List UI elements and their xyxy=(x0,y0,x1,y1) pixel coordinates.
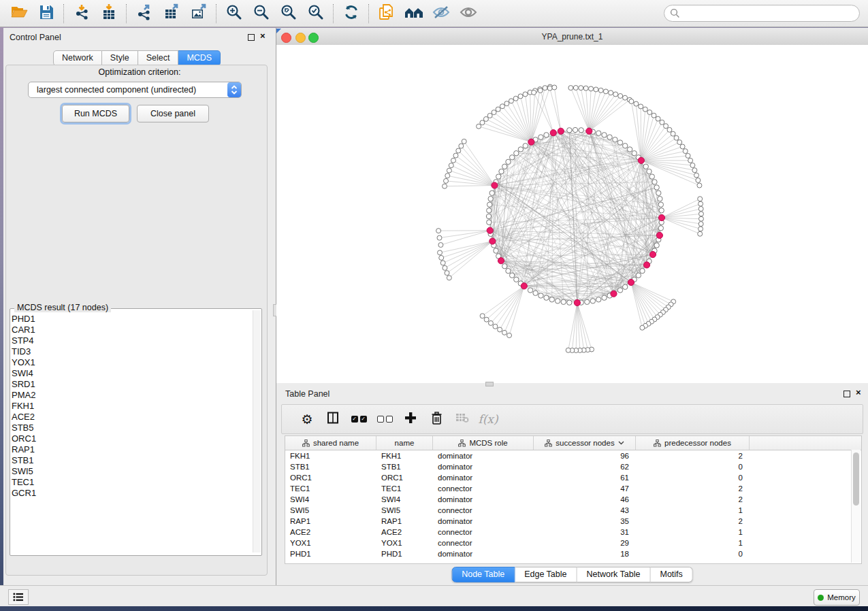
graph-hub-node[interactable] xyxy=(528,139,534,145)
cell-successor-nodes[interactable]: 18 xyxy=(534,548,636,559)
graph-satellite-node[interactable] xyxy=(437,235,442,240)
graph-hub-node[interactable] xyxy=(498,258,504,264)
cell-shared-name[interactable]: YOX1 xyxy=(285,538,376,548)
cell-predecessor-nodes[interactable]: 2 xyxy=(636,494,750,505)
graph-satellite-node[interactable] xyxy=(488,320,493,325)
tab-motifs[interactable]: Motifs xyxy=(650,567,692,582)
cell-shared-name[interactable]: RAP1 xyxy=(285,516,376,527)
graph-satellite-node[interactable] xyxy=(484,317,489,322)
graph-node[interactable] xyxy=(496,174,501,179)
graph-satellite-node[interactable] xyxy=(532,90,536,95)
graph-node[interactable] xyxy=(555,299,560,303)
graph-hub-node[interactable] xyxy=(638,157,644,163)
cell-mcds-role[interactable]: dominator xyxy=(433,472,534,483)
graph-node[interactable] xyxy=(487,220,492,225)
cell-mcds-role[interactable]: connector xyxy=(433,538,534,548)
table-scrollbar-thumb[interactable] xyxy=(853,452,859,506)
delete-column-button[interactable] xyxy=(423,409,449,429)
graph-node[interactable] xyxy=(573,127,577,132)
cell-predecessor-nodes[interactable]: 1 xyxy=(636,527,750,538)
graph-satellite-node[interactable] xyxy=(643,107,647,112)
cell-successor-nodes[interactable]: 46 xyxy=(534,494,636,505)
mcds-result-item[interactable]: TEC1 xyxy=(11,477,251,488)
graph-satellite-node[interactable] xyxy=(507,333,512,337)
table-settings-button[interactable]: ⚙ xyxy=(294,409,320,429)
mcds-result-item[interactable]: PHD1 xyxy=(11,314,251,325)
graph-satellite-node[interactable] xyxy=(698,227,703,231)
graph-satellite-node[interactable] xyxy=(640,325,645,330)
tab-network-table[interactable]: Network Table xyxy=(577,567,651,582)
graph-satellite-node[interactable] xyxy=(698,201,703,206)
graph-node[interactable] xyxy=(561,299,566,304)
cell-name[interactable]: STB1 xyxy=(376,461,433,472)
graph-node[interactable] xyxy=(623,144,628,148)
graph-satellite-node[interactable] xyxy=(518,94,523,99)
graph-hub-node[interactable] xyxy=(521,283,527,289)
graph-node[interactable] xyxy=(539,135,543,139)
cell-successor-nodes[interactable]: 31 xyxy=(534,527,636,538)
graph-satellite-node[interactable] xyxy=(618,93,623,98)
graph-satellite-node[interactable] xyxy=(680,144,685,149)
table-row[interactable]: SWI5SWI5connector431 xyxy=(285,505,861,516)
graph-satellite-node[interactable] xyxy=(613,92,618,97)
graph-node[interactable] xyxy=(627,147,632,152)
graph-node[interactable] xyxy=(617,140,622,145)
graph-satellite-node[interactable] xyxy=(447,168,451,173)
mcds-result-item[interactable]: STP4 xyxy=(11,335,251,346)
graph-node[interactable] xyxy=(533,291,538,295)
mcds-result-list[interactable]: PHD1CAR1STP4TID3YOX1SWI4SRD1PMA2FKH1ACE2… xyxy=(11,314,251,549)
graph-node[interactable] xyxy=(590,299,595,303)
cell-name[interactable]: ORC1 xyxy=(376,472,433,483)
network-canvas[interactable] xyxy=(276,45,868,383)
graph-node[interactable] xyxy=(487,202,492,207)
float-window-icon[interactable] xyxy=(248,34,255,41)
graph-hub-node[interactable] xyxy=(628,279,634,285)
graph-satellite-node[interactable] xyxy=(477,124,481,129)
graph-satellite-node[interactable] xyxy=(480,120,485,125)
graph-satellite-node[interactable] xyxy=(445,174,450,178)
graph-node[interactable] xyxy=(506,268,511,273)
graph-satellite-node[interactable] xyxy=(447,276,451,280)
graph-node[interactable] xyxy=(514,150,519,155)
graph-node[interactable] xyxy=(607,135,612,139)
column-header-predecessor-nodes[interactable]: predecessor nodes xyxy=(636,436,750,450)
graph-satellite-node[interactable] xyxy=(692,168,697,173)
memory-button[interactable]: Memory xyxy=(814,589,860,606)
graph-satellite-node[interactable] xyxy=(449,163,453,168)
graph-satellite-node[interactable] xyxy=(656,116,660,121)
graph-node[interactable] xyxy=(509,155,514,160)
horizontal-splitter-handle[interactable] xyxy=(485,382,494,386)
graph-satellite-node[interactable] xyxy=(543,86,547,90)
graph-satellite-node[interactable] xyxy=(462,139,466,144)
graph-hub-node[interactable] xyxy=(649,251,656,257)
graph-node[interactable] xyxy=(640,268,645,273)
graph-satellite-node[interactable] xyxy=(568,86,573,90)
graph-satellite-node[interactable] xyxy=(686,153,690,158)
graph-satellite-node[interactable] xyxy=(667,127,672,132)
graph-satellite-node[interactable] xyxy=(480,314,485,318)
close-panel-button[interactable]: Close panel xyxy=(137,105,209,122)
cell-shared-name[interactable]: SWI4 xyxy=(285,494,376,505)
mcds-result-item[interactable]: ORC1 xyxy=(11,433,251,444)
graph-satellite-node[interactable] xyxy=(438,250,443,255)
table-row[interactable]: TEC1TEC1connector472 xyxy=(285,483,861,494)
graph-node[interactable] xyxy=(654,185,659,190)
deselect-all-button[interactable] xyxy=(372,409,398,429)
cell-shared-name[interactable]: TEC1 xyxy=(285,483,376,494)
function-builder-button[interactable]: f(x) xyxy=(475,409,501,429)
network-window-titlebar[interactable]: YPA_prune.txt_1 xyxy=(276,29,868,46)
graph-node[interactable] xyxy=(494,248,498,253)
graph-node[interactable] xyxy=(487,208,492,213)
graph-node[interactable] xyxy=(585,299,590,304)
graph-node[interactable] xyxy=(636,273,641,278)
graph-satellite-node[interactable] xyxy=(492,110,496,115)
column-header-shared-name[interactable]: shared name xyxy=(285,436,376,450)
cell-successor-nodes[interactable]: 61 xyxy=(534,472,636,483)
graph-node[interactable] xyxy=(567,128,572,133)
graph-hub-node[interactable] xyxy=(574,299,580,306)
graph-satellite-node[interactable] xyxy=(609,90,613,95)
cell-name[interactable]: YOX1 xyxy=(376,538,433,548)
graph-node[interactable] xyxy=(659,208,664,213)
mcds-result-item[interactable]: GCR1 xyxy=(11,488,251,499)
cell-predecessor-nodes[interactable]: 1 xyxy=(636,538,750,548)
